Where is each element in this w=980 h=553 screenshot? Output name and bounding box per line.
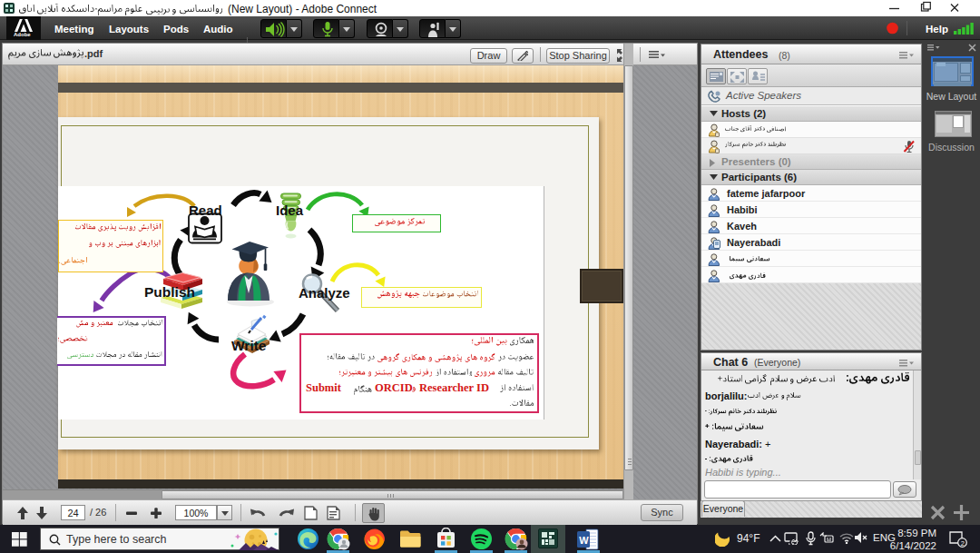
svg-text:Idea: Idea [276, 202, 304, 218]
svg-text:Write: Write [231, 338, 267, 353]
svg-text:Analyze: Analyze [299, 285, 350, 301]
svg-text:W: W [579, 535, 589, 546]
svg-text:Publish: Publish [144, 284, 195, 300]
svg-text:Read: Read [189, 202, 222, 218]
svg-text:2: 2 [961, 539, 965, 548]
